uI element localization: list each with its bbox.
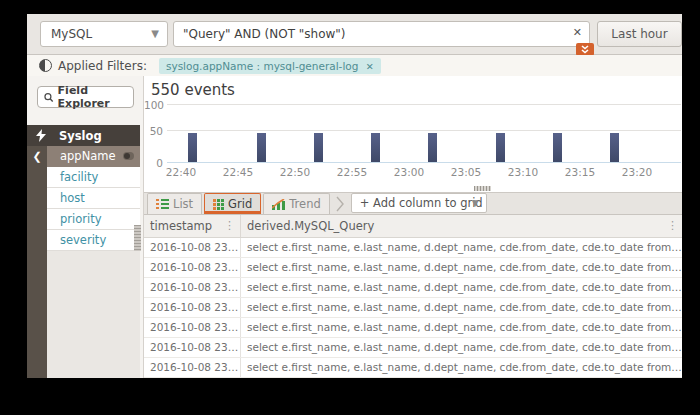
table-row[interactable]: 2016-10-08 23:36:3... select e.first_nam…	[144, 358, 682, 378]
column-menu-icon[interactable]: ⋮	[667, 215, 678, 237]
syslog-icon	[36, 129, 46, 142]
timestamp-cell: 2016-10-08 23:36:3...	[144, 258, 241, 277]
view-tabbar: List Grid Trend + Ad	[144, 192, 682, 215]
chart-plot: 100 50 0 22:4022:4522:5022:5523:0023:052…	[144, 100, 682, 185]
query-cell: select e.first_name, e.last_name, d.dept…	[241, 238, 682, 257]
table-row[interactable]: 2016-10-08 23:36:3... select e.first_nam…	[144, 298, 682, 318]
chart-bar[interactable]	[610, 133, 619, 162]
y-axis-tick: 50	[144, 125, 163, 137]
sidebar-background	[47, 251, 140, 378]
list-icon	[156, 199, 169, 209]
timestamp-cell: 2016-10-08 23:36:3...	[144, 298, 241, 317]
x-axis-tick: 23:20	[617, 166, 657, 178]
table-row[interactable]: 2016-10-08 23:36:3... select e.first_nam…	[144, 238, 682, 258]
clear-search-icon[interactable]: ✕	[573, 26, 582, 39]
timestamp-cell: 2016-10-08 23:36:3...	[144, 358, 241, 377]
trend-icon	[272, 199, 285, 210]
table-header: timestamp ⋮ derived.MySQL_Query ⋮	[144, 215, 682, 238]
timestamp-cell: 2016-10-08 23:36:3...	[144, 238, 241, 257]
query-cell: select e.first_name, e.last_name, d.dept…	[241, 358, 682, 377]
query-cell: select e.first_name, e.last_name, d.dept…	[241, 278, 682, 297]
field-item-appname[interactable]: appName	[47, 146, 140, 167]
table-row[interactable]: 2016-10-08 23:36:3... select e.first_nam…	[144, 278, 682, 298]
x-axis-tick: 23:05	[446, 166, 486, 178]
table-row[interactable]: 2016-10-08 23:36:3... select e.first_nam…	[144, 338, 682, 358]
timestamp-cell: 2016-10-08 23:36:3...	[144, 318, 241, 337]
caret-down-icon: ▼	[472, 194, 479, 212]
x-axis-tick: 22:55	[332, 166, 372, 178]
search-toolbar: MySQL ▼ ✕ Last hour	[27, 14, 682, 55]
search-box: ✕	[173, 21, 590, 47]
chart-resize-grip[interactable]	[474, 186, 491, 191]
field-explorer-label: Field Explorer	[58, 84, 133, 110]
column-header-timestamp[interactable]: timestamp ⋮	[144, 215, 241, 237]
grid-icon	[213, 199, 224, 210]
timestamp-cell: 2016-10-08 23:36:3...	[144, 278, 241, 297]
search-input[interactable]	[174, 22, 571, 46]
filter-pill-text: syslog.appName : mysql-general-log	[166, 60, 358, 72]
column-header-label: derived.MySQL_Query	[247, 219, 374, 233]
column-menu-icon[interactable]: ⋮	[224, 215, 235, 237]
filters-toggle-icon[interactable]	[39, 59, 52, 72]
log-search-app: MySQL ▼ ✕ Last hour Applied Filters: sys…	[27, 14, 682, 378]
y-axis-tick: 100	[144, 99, 163, 111]
chart-bar[interactable]	[428, 133, 437, 162]
sidebar-group-syslog[interactable]: Syslog	[27, 125, 140, 146]
add-column-dropdown[interactable]: + Add column to grid ▼	[351, 193, 487, 213]
timestamp-cell: 2016-10-08 23:36:3...	[144, 338, 241, 357]
applied-filters-label: Applied Filters:	[58, 59, 147, 73]
search-icon	[44, 92, 54, 103]
source-group-value: MySQL	[51, 27, 92, 41]
tab-trend-label: Trend	[289, 197, 320, 211]
column-header-query[interactable]: derived.MySQL_Query ⋮	[241, 215, 682, 237]
gridline-50	[167, 130, 681, 131]
tab-list-label: List	[173, 197, 193, 211]
table-row[interactable]: 2016-10-08 23:36:3... select e.first_nam…	[144, 318, 682, 338]
x-axis-tick: 23:00	[389, 166, 429, 178]
field-item-label: appName	[60, 149, 116, 163]
time-range-button[interactable]: Last hour	[597, 21, 682, 47]
query-cell: select e.first_name, e.last_name, d.dept…	[241, 298, 682, 317]
x-axis-baseline	[167, 162, 681, 163]
query-cell: select e.first_name, e.last_name, d.dept…	[241, 258, 682, 277]
field-explorer-search[interactable]: Field Explorer	[37, 86, 134, 108]
filter-pill[interactable]: syslog.appName : mysql-general-log ✕	[159, 58, 381, 74]
sidebar-resize-grip[interactable]	[134, 225, 141, 251]
applied-filters-bar: Applied Filters: syslog.appName : mysql-…	[27, 55, 682, 76]
sidebar-strip	[27, 146, 47, 378]
field-toggle-icon[interactable]	[123, 152, 134, 160]
query-cell: select e.first_name, e.last_name, d.dept…	[241, 318, 682, 337]
chart-bar[interactable]	[188, 133, 197, 162]
query-cell: select e.first_name, e.last_name, d.dept…	[241, 338, 682, 357]
caret-down-icon: ▼	[151, 22, 159, 46]
remove-filter-icon[interactable]: ✕	[366, 61, 374, 72]
field-item-host[interactable]: host	[47, 188, 140, 209]
add-column-label: + Add column to grid	[360, 196, 483, 210]
chart-bar[interactable]	[553, 133, 562, 162]
chart-bar[interactable]	[314, 133, 323, 162]
tab-list[interactable]: List	[147, 193, 202, 214]
field-item-severity[interactable]: severity	[47, 230, 140, 251]
breadcrumb-arrow-icon	[336, 196, 345, 212]
chart-bar[interactable]	[371, 133, 380, 162]
tab-grid[interactable]: Grid	[204, 193, 261, 214]
x-axis-tick: 22:40	[161, 166, 201, 178]
table-row[interactable]: 2016-10-08 23:36:3... select e.first_nam…	[144, 258, 682, 278]
main-panel: 550 events 100 50 0 22:4022:4522:5022:55…	[143, 76, 682, 378]
tab-trend[interactable]: Trend	[263, 193, 329, 214]
source-group-select[interactable]: MySQL ▼	[40, 21, 168, 47]
sidebar-group-label: Syslog	[59, 129, 102, 143]
chart-bar[interactable]	[496, 133, 505, 162]
collapse-sidebar-icon[interactable]: ❮	[27, 150, 47, 163]
x-axis-tick: 23:15	[560, 166, 600, 178]
chart-bar[interactable]	[257, 133, 266, 162]
field-item-priority[interactable]: priority	[47, 209, 140, 230]
gridline-100	[167, 104, 681, 105]
x-axis-tick: 23:10	[503, 166, 543, 178]
field-item-facility[interactable]: facility	[47, 167, 140, 188]
x-axis-tick: 22:50	[275, 166, 315, 178]
event-table: 2016-10-08 23:36:3... select e.first_nam…	[144, 238, 682, 378]
field-list: appName facility host priority severity	[47, 146, 140, 251]
events-count-title: 550 events	[151, 81, 235, 99]
column-header-label: timestamp	[150, 219, 212, 233]
